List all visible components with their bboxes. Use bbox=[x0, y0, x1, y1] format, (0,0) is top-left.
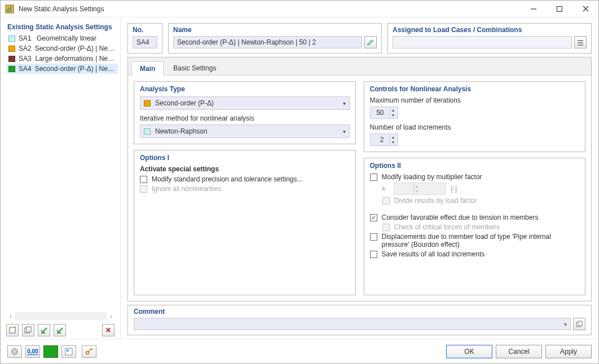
key-button[interactable] bbox=[82, 345, 96, 358]
load-increments-value: 2 bbox=[375, 136, 386, 144]
assigned-field[interactable] bbox=[393, 36, 572, 48]
scroll-left-icon[interactable]: ‹ bbox=[6, 312, 15, 321]
list-item[interactable]: SA4 Second-order (P-Δ) | Newton-R bbox=[6, 64, 118, 74]
spin-down-icon: ▼ bbox=[413, 189, 420, 194]
color-swatch bbox=[8, 66, 15, 72]
delete-button[interactable]: ✕ bbox=[102, 324, 114, 336]
iterative-method-combo[interactable]: Newton-Raphson ▾ bbox=[140, 125, 350, 138]
ok-button[interactable]: OK bbox=[446, 345, 492, 358]
check-critical-checkbox: Check of critical forces of members bbox=[382, 223, 580, 231]
item-code: SA1 bbox=[19, 34, 33, 42]
item-label: Second-order (P-Δ) | Newton-R bbox=[35, 65, 116, 73]
comment-copy-button[interactable] bbox=[573, 318, 585, 330]
window-close-button[interactable] bbox=[572, 1, 598, 17]
options2-group: Options II Modify loading by multiplier … bbox=[364, 158, 586, 295]
svg-rect-15 bbox=[578, 42, 583, 43]
existing-settings-list[interactable]: SA1 Geometrically linear SA2 Second-orde… bbox=[6, 33, 118, 309]
spin-up-icon[interactable]: ▲ bbox=[390, 135, 397, 140]
checkbox-box-icon bbox=[140, 185, 147, 193]
chevron-down-icon: ▾ bbox=[343, 128, 346, 135]
svg-rect-16 bbox=[578, 45, 583, 46]
item-code: SA2 bbox=[19, 45, 32, 52]
scroll-track[interactable] bbox=[15, 312, 107, 320]
scroll-right-icon[interactable]: › bbox=[107, 312, 116, 321]
details-button[interactable] bbox=[61, 345, 76, 358]
new-button[interactable] bbox=[6, 324, 19, 336]
checkbox-box-icon bbox=[370, 233, 377, 241]
iterative-method-label: Iterative method for nonlinear analysis bbox=[140, 114, 350, 122]
svg-point-23 bbox=[86, 351, 89, 354]
color-swatch bbox=[8, 46, 15, 52]
units-button[interactable]: 0,00 bbox=[25, 345, 40, 358]
titlebar: New Static Analysis Settings bbox=[1, 1, 598, 17]
assigned-title: Assigned to Load Cases / Combinations bbox=[393, 26, 587, 34]
ignore-nonlinearities-label: Ignore all nonlinearities bbox=[152, 185, 221, 193]
no-value: SA4 bbox=[136, 38, 149, 46]
displacements-checkbox[interactable]: Displacements due to member load of type… bbox=[370, 233, 580, 248]
load-increments-spinner[interactable]: 2 ▲▼ bbox=[370, 134, 398, 146]
spin-up-icon[interactable]: ▲ bbox=[390, 108, 397, 113]
options1-group: Options I Activate special settings Modi… bbox=[134, 150, 356, 295]
list-item[interactable]: SA1 Geometrically linear bbox=[6, 33, 118, 43]
spin-down-icon[interactable]: ▼ bbox=[390, 113, 397, 118]
combo-swatch-icon bbox=[144, 128, 151, 135]
max-iterations-value: 50 bbox=[375, 109, 386, 117]
list-item[interactable]: SA2 Second-order (P-Δ) | Newton-R bbox=[6, 43, 118, 54]
exclude-check-button[interactable] bbox=[54, 324, 66, 336]
ignore-nonlinearities-checkbox: Ignore all nonlinearities bbox=[140, 185, 350, 193]
no-title: No. bbox=[133, 26, 157, 34]
options1-title: Options I bbox=[140, 154, 350, 162]
svg-rect-14 bbox=[578, 40, 583, 41]
comment-title: Comment bbox=[134, 308, 585, 316]
k-spinner: ▲▼ bbox=[394, 183, 446, 195]
window-minimize-button[interactable] bbox=[521, 1, 547, 17]
bottombar: 0,00 OK Cancel Apply bbox=[1, 339, 598, 363]
copy-button[interactable] bbox=[22, 324, 34, 336]
spin-up-icon: ▲ bbox=[413, 184, 420, 189]
combo-swatch-icon bbox=[144, 100, 151, 106]
help-button[interactable] bbox=[7, 345, 22, 358]
color-swatch bbox=[8, 35, 15, 42]
edit-name-button[interactable] bbox=[364, 36, 377, 48]
assigned-list-button[interactable] bbox=[574, 36, 587, 48]
tab-main[interactable]: Main bbox=[131, 61, 164, 76]
save-results-label: Save results of all load increments bbox=[382, 250, 485, 258]
svg-rect-1 bbox=[7, 9, 8, 12]
cancel-button[interactable]: Cancel bbox=[496, 345, 542, 358]
svg-point-20 bbox=[14, 350, 16, 353]
checkbox-box-icon bbox=[370, 214, 377, 221]
tab-basic-settings[interactable]: Basic Settings bbox=[165, 61, 224, 75]
item-code: SA4 bbox=[19, 65, 32, 73]
iterative-method-value: Newton-Raphson bbox=[155, 127, 208, 135]
modify-precision-checkbox[interactable]: Modify standard precision and tolerance … bbox=[140, 175, 350, 183]
include-check-button[interactable] bbox=[38, 324, 50, 336]
max-iterations-spinner[interactable]: 50 ▲▼ bbox=[370, 106, 398, 119]
analysis-type-title: Analysis Type bbox=[140, 85, 350, 93]
checkbox-box-icon bbox=[370, 251, 377, 258]
svg-rect-22 bbox=[67, 349, 69, 352]
analysis-type-combo[interactable]: Second-order (P-Δ) ▾ bbox=[140, 96, 350, 110]
analysis-type-group: Analysis Type Second-order (P-Δ) ▾ Itera… bbox=[134, 81, 356, 144]
save-results-checkbox[interactable]: Save results of all load increments bbox=[370, 250, 580, 258]
checkbox-box-icon bbox=[370, 174, 377, 181]
modify-loading-label: Modify loading by multiplier factor bbox=[382, 173, 482, 181]
color-green-button[interactable] bbox=[43, 345, 58, 358]
modify-loading-checkbox[interactable]: Modify loading by multiplier factor bbox=[370, 173, 580, 181]
checkbox-box-icon bbox=[382, 197, 390, 205]
divide-results-label: Divide results by load factor bbox=[394, 197, 477, 205]
spin-down-icon[interactable]: ▼ bbox=[390, 140, 397, 145]
apply-button[interactable]: Apply bbox=[545, 345, 592, 358]
favorable-effect-checkbox[interactable]: Consider favorable effect due to tension… bbox=[370, 214, 580, 221]
k-label: k bbox=[382, 185, 390, 193]
list-item[interactable]: SA3 Large deformations | Newton- bbox=[6, 54, 118, 64]
sidebar-hscrollbar[interactable]: ‹ › bbox=[6, 312, 116, 321]
sidebar-heading: Existing Static Analysis Settings bbox=[6, 23, 120, 33]
window-maximize-button[interactable] bbox=[547, 1, 572, 17]
no-field[interactable]: SA4 bbox=[133, 36, 157, 48]
tabstrip: Main Basic Settings bbox=[128, 57, 591, 76]
assigned-panel: Assigned to Load Cases / Combinations bbox=[387, 23, 592, 54]
app-icon bbox=[5, 5, 14, 14]
comment-combo[interactable]: ▾ bbox=[134, 318, 571, 330]
name-field[interactable]: Second-order (P-Δ) | Newton-Raphson | 50… bbox=[173, 36, 362, 48]
analysis-type-value: Second-order (P-Δ) bbox=[155, 99, 214, 107]
